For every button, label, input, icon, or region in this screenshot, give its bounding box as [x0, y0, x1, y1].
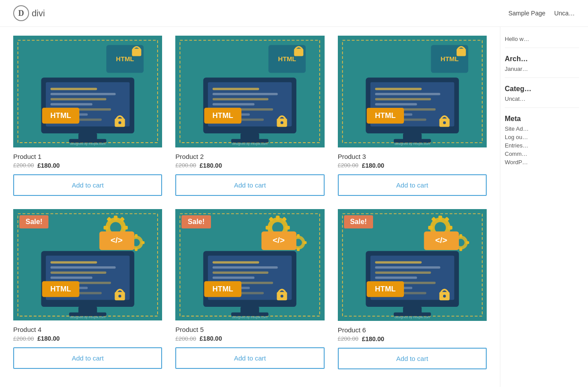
- price-sale-3: £180.00: [362, 162, 385, 169]
- product-pricing-1: £200.00£180.00: [13, 162, 162, 169]
- product-image-6: HTML </> d: [338, 209, 487, 321]
- product-card-1: HTML HTML designed by freepik.com Produc…: [13, 36, 162, 196]
- svg-rect-6: [51, 88, 97, 90]
- svg-rect-61: [456, 49, 466, 56]
- svg-text:designed by freepik.com: designed by freepik.com: [70, 315, 105, 319]
- svg-rect-93: [135, 247, 137, 250]
- product-name-3: Product 3: [338, 153, 487, 160]
- main-content: HTML HTML designed by freepik.com Produc…: [0, 27, 500, 387]
- product-card-2: HTML HTML designed by freepik.com Produc…: [175, 36, 324, 196]
- sidebar-categories-title: Categ…: [505, 85, 579, 93]
- sidebar-meta-item-3[interactable]: Comm…: [505, 151, 579, 157]
- sidebar: Hello w… Arch… Januar… Categ… Uncat… Met…: [500, 27, 588, 387]
- main-nav: Sample Page Unca…: [508, 10, 575, 17]
- svg-rect-48: [375, 88, 422, 90]
- price-original-4: £200.00: [13, 335, 34, 342]
- svg-rect-30: [213, 103, 255, 105]
- products-grid: HTML HTML designed by freepik.com Produc…: [13, 36, 487, 369]
- svg-rect-69: [51, 261, 97, 263]
- product-pricing-5: £200.00£180.00: [175, 335, 324, 342]
- nav-uncategorized[interactable]: Unca…: [554, 10, 575, 17]
- svg-text:HTML: HTML: [375, 285, 396, 293]
- add-to-cart-button-2[interactable]: Add to cart: [175, 174, 324, 196]
- product-pricing-4: £200.00£180.00: [13, 335, 162, 342]
- sidebar-hello: Hello w…: [505, 36, 579, 42]
- sidebar-divider-2: [505, 77, 579, 78]
- price-original-3: £200.00: [338, 162, 359, 169]
- svg-rect-165: [459, 248, 462, 251]
- add-to-cart-button-6[interactable]: Add to cart: [338, 348, 487, 369]
- svg-rect-106: [213, 266, 278, 269]
- svg-rect-164: [459, 234, 462, 237]
- svg-point-149: [443, 294, 446, 297]
- sidebar-divider-3: [505, 107, 579, 108]
- price-original-5: £200.00: [175, 335, 196, 342]
- svg-point-35: [281, 121, 283, 124]
- product-pricing-3: £200.00£180.00: [338, 162, 487, 169]
- sale-badge-4: Sale!: [19, 215, 48, 228]
- svg-rect-49: [375, 93, 440, 95]
- svg-rect-8: [51, 98, 107, 100]
- svg-text:</>: </>: [273, 235, 285, 245]
- add-to-cart-button-3[interactable]: Add to cart: [338, 174, 487, 196]
- add-to-cart-button-5[interactable]: Add to cart: [175, 347, 324, 369]
- svg-rect-130: [303, 241, 307, 244]
- svg-text:HTML: HTML: [50, 285, 71, 293]
- svg-rect-142: [375, 266, 440, 269]
- svg-text:HTML: HTML: [440, 55, 459, 63]
- product-image-2: HTML HTML designed by freepik.com: [175, 36, 324, 147]
- svg-text:HTML: HTML: [278, 55, 296, 63]
- add-to-cart-button-4[interactable]: Add to cart: [13, 347, 162, 369]
- product-image-5: HTML </> d: [175, 209, 324, 321]
- svg-text:</>: </>: [111, 235, 123, 245]
- svg-rect-50: [375, 98, 431, 100]
- price-sale-1: £180.00: [37, 162, 60, 169]
- svg-rect-154: [438, 216, 442, 221]
- price-sale-4: £180.00: [37, 335, 60, 342]
- svg-text:designed by freepik.com: designed by freepik.com: [395, 142, 430, 146]
- svg-rect-92: [135, 234, 137, 237]
- svg-text:designed by freepik.com: designed by freepik.com: [395, 315, 430, 319]
- svg-point-14: [118, 121, 121, 124]
- svg-rect-70: [51, 266, 116, 269]
- product-pricing-2: £200.00£180.00: [175, 162, 324, 169]
- svg-rect-118: [276, 216, 280, 221]
- price-original-6: £200.00: [338, 335, 359, 342]
- price-sale-2: £180.00: [200, 162, 222, 169]
- svg-rect-19: [132, 49, 141, 56]
- svg-text:HTML: HTML: [213, 285, 233, 293]
- nav-sample-page[interactable]: Sample Page: [508, 10, 545, 17]
- product-card-6: HTML </> d: [338, 209, 487, 369]
- sidebar-meta-item-4[interactable]: WordP…: [505, 159, 579, 166]
- product-card-4: HTML </> d: [13, 209, 162, 369]
- add-to-cart-button-1[interactable]: Add to cart: [13, 174, 162, 196]
- product-pricing-6: £200.00£180.00: [338, 335, 487, 342]
- sidebar-categories-item[interactable]: Uncat…: [505, 96, 579, 102]
- site-logo[interactable]: D divi: [13, 5, 45, 21]
- svg-rect-27: [213, 88, 259, 90]
- product-name-1: Product 1: [13, 153, 162, 160]
- logo-circle-icon: D: [13, 5, 29, 21]
- svg-rect-9: [51, 103, 92, 105]
- svg-point-113: [281, 294, 283, 297]
- svg-rect-139: [403, 307, 422, 313]
- sidebar-meta-item-1[interactable]: Log ou…: [505, 134, 579, 140]
- svg-rect-108: [213, 276, 255, 279]
- product-image-3: HTML HTML designed by freepik.com: [338, 36, 487, 147]
- svg-rect-4: [78, 133, 97, 140]
- product-image-1: HTML HTML designed by freepik.com: [13, 36, 162, 147]
- svg-rect-105: [213, 261, 259, 263]
- sale-badge-5: Sale!: [181, 215, 211, 228]
- svg-text:HTML: HTML: [116, 55, 134, 63]
- sidebar-meta-item-0[interactable]: Site Ad…: [505, 125, 579, 132]
- svg-rect-82: [114, 216, 117, 221]
- sidebar-archives-item[interactable]: Januar…: [505, 66, 579, 72]
- svg-rect-128: [297, 234, 300, 237]
- svg-rect-107: [213, 271, 269, 273]
- svg-rect-157: [428, 226, 433, 229]
- svg-rect-40: [294, 49, 303, 56]
- price-original-1: £200.00: [13, 162, 34, 169]
- sidebar-meta-item-2[interactable]: Entries…: [505, 142, 579, 149]
- svg-rect-46: [403, 133, 422, 140]
- svg-text:designed by freepik.com: designed by freepik.com: [232, 315, 267, 319]
